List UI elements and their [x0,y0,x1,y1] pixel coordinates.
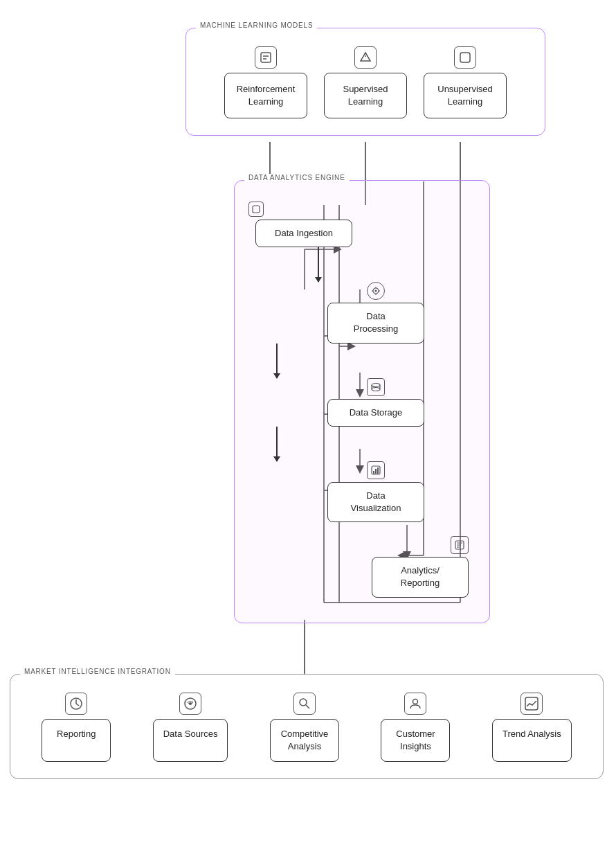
svg-rect-31 [261,53,271,62]
svg-line-61 [306,705,309,708]
analytics-reporting-label: Analytics/Reporting [401,564,440,589]
customer-icon [404,693,426,715]
svg-rect-48 [373,471,374,474]
svg-rect-35 [460,53,470,62]
unsupervised-card: UnsupervisedLearning [424,73,507,118]
ml-nodes-row: ReinforcementLearning SupervisedLearning [200,46,531,118]
svg-point-43 [372,383,380,386]
unsupervised-label: UnsupervisedLearning [437,83,493,108]
svg-rect-36 [253,206,260,213]
trend-label: Trend Analysis [502,728,561,740]
reporting-box: Reporting [42,693,111,762]
unsupervised-box: UnsupervisedLearning [424,46,507,118]
market-intelligence-group: MARKET INTELLIGENCE INTEGRATION Reportin… [10,674,604,779]
supervised-label: SupervisedLearning [343,83,388,108]
data-storage-label: Data Storage [350,407,403,419]
competitive-label: CompetitiveAnalysis [281,728,329,753]
svg-point-60 [300,699,307,706]
reinforcement-box: ReinforcementLearning [224,46,307,118]
ml-models-label: MACHINE LEARNING MODELS [196,21,317,29]
trend-card: Trend Analysis [492,719,572,762]
trend-box: Trend Analysis [492,693,572,762]
unsupervised-icon [454,46,476,69]
data-visualization-label: DataVisualization [351,490,401,515]
svg-point-46 [372,387,380,391]
diagram-container: MACHINE LEARNING MODELS ReinforcementLea… [0,0,616,847]
data-sources-box: Data Sources [153,693,228,762]
data-sources-icon [179,693,201,715]
data-sources-label: Data Sources [163,728,218,740]
analytics-engine-group: DATA ANALYTICS ENGINE Data Ingestion [234,180,490,623]
supervised-box: SupervisedLearning [324,46,407,118]
data-ingestion-label: Data Ingestion [275,227,333,240]
svg-point-38 [375,290,377,292]
data-ingestion-card: Data Ingestion [255,220,352,247]
competitive-box: CompetitiveAnalysis [270,693,339,762]
data-storage-card: Data Storage [327,399,424,427]
reporting-card: Reporting [42,719,111,762]
trend-icon [520,693,543,715]
supervised-card: SupervisedLearning [324,73,407,118]
market-nodes-row: Reporting Data Sources [24,693,589,762]
svg-rect-50 [377,467,379,474]
svg-point-62 [413,699,418,704]
data-visualization-card: DataVisualization [327,482,424,522]
reinforcement-label: ReinforcementLearning [237,83,296,108]
ml-models-group: MACHINE LEARNING MODELS ReinforcementLea… [185,28,545,136]
data-sources-card: Data Sources [153,719,228,762]
reinforcement-icon [255,46,277,69]
reporting-label: Reporting [57,728,96,740]
reinforcement-card: ReinforcementLearning [224,73,307,118]
customer-box: CustomerInsights [381,693,450,762]
reporting-icon [65,693,87,715]
competitive-icon [293,693,316,715]
svg-point-59 [189,702,192,705]
data-processing-card: DataProcessing [327,303,424,343]
customer-card: CustomerInsights [381,719,450,762]
svg-rect-63 [525,697,538,710]
analytics-engine-label: DATA ANALYTICS ENGINE [244,174,350,181]
data-processing-label: DataProcessing [354,310,398,335]
supervised-icon [354,46,377,69]
analytics-nodes: Data Ingestion DataProcessing [248,202,475,598]
svg-rect-49 [375,469,377,474]
customer-label: CustomerInsights [396,728,435,753]
competitive-card: CompetitiveAnalysis [270,719,339,762]
svg-point-34 [365,55,366,57]
svg-line-57 [76,704,79,706]
analytics-reporting-card: Analytics/Reporting [372,557,469,597]
market-intelligence-label: MARKET INTELLIGENCE INTEGRATION [20,668,175,675]
